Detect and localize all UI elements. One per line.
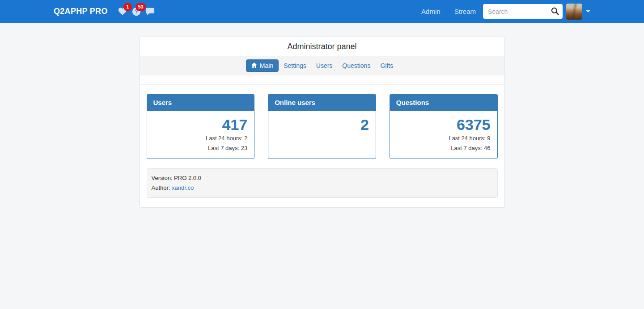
version-info-well: Version: PRO 2.0.0 Author: xandr.co <box>147 168 498 198</box>
stat-panel-online-users-title: Online users <box>268 94 376 111</box>
admin-panel-card: Administrator panel Main Settings Users … <box>140 37 505 208</box>
stat-questions-line-24h: Last 24 hours: 9 <box>397 134 491 143</box>
notification-icons: 1 ? 53 <box>118 7 155 17</box>
questions-button[interactable]: ? 53 <box>131 7 141 17</box>
version-label: Version: <box>152 175 173 181</box>
tab-settings[interactable]: Settings <box>279 59 311 72</box>
stat-panel-questions: Questions 6375 Last 24 hours: 9 Last 7 d… <box>390 94 498 159</box>
stat-panel-users-body: 417 Last 24 hours: 2 Last 7 days: 23 <box>147 111 254 159</box>
chevron-down-icon <box>586 10 590 13</box>
stat-users-value: 417 <box>154 116 248 134</box>
author-link[interactable]: xandr.co <box>172 184 194 191</box>
stat-users-line-24h: Last 24 hours: 2 <box>154 134 248 143</box>
chat-icon <box>145 7 155 16</box>
nav-link-stream[interactable]: Stream <box>454 8 476 15</box>
questions-badge: 53 <box>136 3 145 11</box>
stat-questions-value: 6375 <box>397 116 491 134</box>
tab-gifts[interactable]: Gifts <box>375 59 398 72</box>
home-icon <box>251 62 257 69</box>
stat-panel-users: Users 417 Last 24 hours: 2 Last 7 days: … <box>147 94 255 159</box>
tab-questions[interactable]: Questions <box>337 59 375 72</box>
brand-logo[interactable]: Q2APHP PRO <box>54 7 108 16</box>
stat-panel-online-users: Online users 2 <box>268 94 376 159</box>
navbar-right-group: Admin Stream <box>421 4 590 20</box>
tab-users[interactable]: Users <box>311 59 338 72</box>
stat-panel-users-title: Users <box>147 94 254 111</box>
stats-row: Users 417 Last 24 hours: 2 Last 7 days: … <box>147 94 498 159</box>
user-menu-toggle[interactable] <box>566 4 590 20</box>
search-box <box>483 4 563 19</box>
stat-online-users-value: 2 <box>275 116 369 134</box>
page-title: Administrator panel <box>140 37 504 56</box>
messages-button[interactable] <box>145 7 155 17</box>
favorites-button[interactable]: 1 <box>118 7 127 17</box>
search-icon <box>551 10 559 17</box>
favorites-badge: 1 <box>123 3 132 11</box>
stat-panel-online-users-body: 2 <box>268 111 376 159</box>
search-submit-button[interactable] <box>550 7 559 16</box>
top-navbar: Q2APHP PRO 1 ? 53 <box>0 0 644 23</box>
version-line: Version: PRO 2.0.0 <box>152 173 493 183</box>
version-value: PRO 2.0.0 <box>174 175 201 181</box>
stat-users-line-7d: Last 7 days: 23 <box>154 143 248 153</box>
stat-panel-questions-body: 6375 Last 24 hours: 9 Last 7 days: 46 <box>390 111 497 159</box>
admin-tabs: Main Settings Users Questions Gifts <box>246 59 398 72</box>
author-label: Author: <box>152 184 170 191</box>
avatar <box>566 4 582 20</box>
stat-panel-questions-title: Questions <box>390 94 497 111</box>
author-line: Author: xandr.co <box>152 183 493 193</box>
navbar-container: Q2APHP PRO 1 ? 53 <box>54 0 590 23</box>
nav-link-admin[interactable]: Admin <box>421 8 441 15</box>
divider <box>140 84 504 85</box>
tab-main[interactable]: Main <box>246 59 279 72</box>
tab-main-label: Main <box>260 62 273 69</box>
stat-questions-line-7d: Last 7 days: 46 <box>397 143 491 153</box>
tab-band: Main Settings Users Questions Gifts <box>140 56 504 75</box>
